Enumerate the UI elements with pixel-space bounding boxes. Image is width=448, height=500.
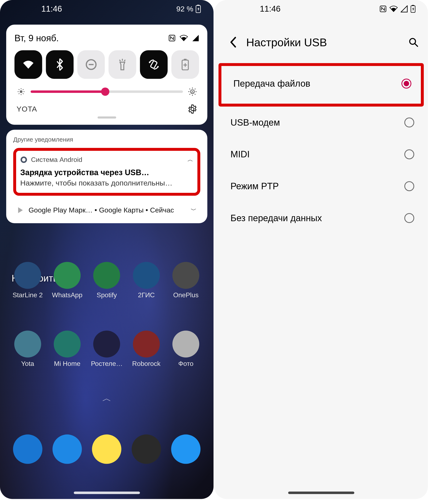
page-title: Настройки USB: [246, 36, 400, 49]
app-2-[interactable]: 2ГИС: [129, 262, 164, 299]
phone-icon: [13, 434, 42, 464]
notification-source: Система Android: [31, 156, 184, 164]
app-label: StarLine 2: [13, 291, 43, 299]
other-notifications-label: Другие уведомления: [13, 136, 200, 143]
app-yota[interactable]: Yota: [10, 331, 45, 368]
status-battery-text: 92 %: [176, 4, 193, 13]
notifications-card: Другие уведомления Система Android ︿ Зар…: [6, 130, 207, 223]
app-starline-2[interactable]: StarLine 2: [10, 262, 45, 299]
radio-button[interactable]: [401, 79, 411, 88]
app-label: Yota: [21, 360, 34, 368]
app-icon: [173, 331, 199, 358]
radio-button[interactable]: [404, 117, 414, 128]
collapsed-notification[interactable]: Google Play Марк… • Google Карты • Сейча…: [13, 201, 200, 216]
brightness-slider-row: A: [15, 87, 199, 96]
radio-button[interactable]: [404, 213, 414, 223]
cell-signal-icon: [400, 5, 408, 12]
wifi-signal-icon: [180, 35, 188, 42]
qs-tile-dnd[interactable]: [77, 50, 105, 79]
status-right: [379, 5, 416, 13]
cell-signal-icon: [192, 35, 199, 42]
qs-tile-bluetooth[interactable]: [46, 50, 74, 79]
chevron-left-icon: [229, 37, 237, 48]
app-oneplus[interactable]: OnePlus: [168, 262, 204, 299]
search-button[interactable]: [407, 36, 420, 49]
app-drawer-caret-icon[interactable]: ︿: [102, 392, 112, 404]
dock-row: [0, 434, 214, 464]
notification-title[interactable]: Зарядка устройства через USB…: [20, 168, 193, 177]
gesture-nav-bar[interactable]: [74, 491, 140, 494]
status-time: 11:46: [260, 4, 281, 14]
usb-option-label: MIDI: [231, 149, 250, 160]
app-label: OnePlus: [173, 291, 198, 299]
app-roborock[interactable]: Roborock: [129, 331, 164, 368]
back-button[interactable]: [227, 36, 239, 49]
dnd-icon: [85, 59, 97, 70]
qs-tile-wifi[interactable]: [15, 50, 42, 79]
chevron-up-icon[interactable]: ︿: [187, 156, 193, 164]
camera-icon: [132, 434, 161, 464]
radio-button[interactable]: [404, 181, 414, 191]
svg-line-18: [19, 89, 19, 90]
svg-rect-36: [412, 5, 414, 6]
app--[interactable]: Фото: [168, 331, 204, 368]
app--[interactable]: Ростеле…: [89, 331, 125, 368]
app-label: Фото: [178, 360, 193, 368]
battery-plus-icon: [181, 59, 189, 70]
app-spotify[interactable]: Spotify: [89, 262, 125, 299]
usb-option-label: Режим PTP: [231, 181, 279, 191]
settings-gear-button[interactable]: [188, 104, 197, 114]
dock-weather[interactable]: [168, 434, 204, 464]
dock-phone[interactable]: [10, 434, 45, 464]
chevron-down-icon[interactable]: ﹀: [191, 206, 197, 214]
usb-options-list: Передача файловUSB-модемMIDIРежим PTPБез…: [214, 63, 428, 234]
app-icon: [14, 262, 41, 289]
notification-body[interactable]: Нажмите, чтобы показать дополнительны…: [20, 179, 193, 187]
right-phone-usb-settings: 11:46 Настройки USB Передача файловUSB-м…: [214, 0, 428, 499]
app-icon: [93, 331, 120, 358]
svg-line-29: [195, 94, 195, 95]
dock-yandex[interactable]: [89, 434, 125, 464]
dock-camera[interactable]: [129, 434, 164, 464]
brightness-auto-icon[interactable]: A: [188, 87, 197, 96]
app-label: WhatsApp: [52, 291, 82, 299]
qs-tile-battery-saver[interactable]: [171, 50, 199, 79]
radio-button[interactable]: [404, 150, 414, 159]
panel-drag-handle[interactable]: [97, 117, 116, 118]
status-bar: 11:46 92 %: [0, 0, 214, 20]
brightness-thumb[interactable]: [101, 87, 109, 96]
svg-text:A: A: [191, 90, 194, 94]
app-label: 2ГИС: [138, 291, 155, 299]
home-apps-row-2: YotaMi HomeРостеле…RoborockФото: [0, 331, 214, 368]
qs-date: Вт, 9 нояб.: [15, 33, 59, 43]
yandex-icon: [92, 434, 122, 464]
app-label: Ростеле…: [91, 360, 123, 368]
rotate-icon: [148, 58, 160, 70]
wifi-icon: [22, 59, 35, 70]
svg-line-6: [120, 60, 121, 61]
svg-point-13: [20, 90, 22, 93]
gesture-nav-bar[interactable]: [288, 491, 354, 494]
dock-messages[interactable]: [50, 434, 85, 464]
title-row: Настройки USB: [214, 20, 428, 63]
app-icon: [93, 262, 120, 289]
app-icon: [54, 262, 81, 289]
nfc-icon: [379, 5, 386, 12]
qs-tile-autorotate[interactable]: [140, 50, 168, 79]
app-whatsapp[interactable]: WhatsApp: [50, 262, 85, 299]
usb-option-2[interactable]: MIDI: [214, 138, 428, 170]
qs-status-icons: [168, 35, 199, 42]
qs-tile-flashlight[interactable]: [109, 50, 136, 79]
app-icon: [173, 262, 199, 289]
left-phone-notification-shade: 11:46 92 % Вт, 9 нояб.: [0, 0, 214, 499]
usb-option-3[interactable]: Режим PTP: [214, 170, 428, 202]
usb-option-1[interactable]: USB-модем: [214, 107, 428, 138]
usb-option-4[interactable]: Без передачи данных: [214, 202, 428, 234]
carrier-label: YOTA: [16, 105, 37, 113]
usb-option-0[interactable]: Передача файлов: [221, 66, 421, 104]
usb-option-label: Передача файлов: [233, 78, 310, 89]
brightness-slider[interactable]: [31, 90, 183, 93]
svg-line-7: [124, 60, 125, 61]
app-mi-home[interactable]: Mi Home: [50, 331, 85, 368]
gear-icon: [188, 104, 197, 114]
